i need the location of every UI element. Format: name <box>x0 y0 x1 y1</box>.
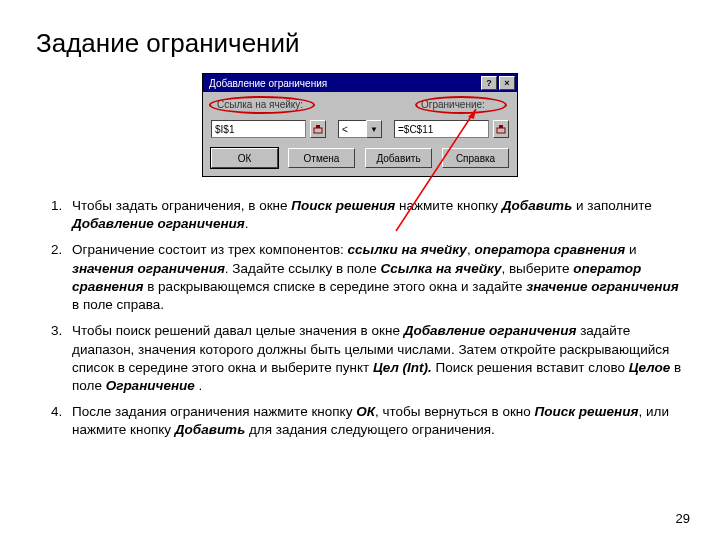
cancel-button[interactable]: Отмена <box>288 148 355 168</box>
help-button-2[interactable]: Справка <box>442 148 509 168</box>
page-number: 29 <box>676 511 690 526</box>
svg-rect-3 <box>499 125 503 128</box>
ok-button[interactable]: ОК <box>211 148 278 168</box>
operator-value: < <box>338 120 366 138</box>
page-title: Задание ограничений <box>36 28 684 59</box>
list-item: Ограничение состоит из трех компонентов:… <box>66 241 684 314</box>
highlight-oval-left <box>209 96 315 114</box>
dialog-screenshot: Добавление ограничения ? × Ссылка на яче… <box>36 73 684 177</box>
titlebar-text: Добавление ограничения <box>205 78 479 89</box>
add-constraint-dialog: Добавление ограничения ? × Ссылка на яче… <box>202 73 518 177</box>
range-picker-icon-2[interactable] <box>493 120 509 138</box>
instruction-list: Чтобы задать ограничения, в окне Поиск р… <box>36 197 684 440</box>
titlebar: Добавление ограничения ? × <box>203 74 517 92</box>
svg-rect-0 <box>314 128 322 133</box>
cell-ref-input[interactable]: $I$1 <box>211 120 306 138</box>
list-item: Чтобы задать ограничения, в окне Поиск р… <box>66 197 684 233</box>
list-item: После задания ограничения нажмите кнопку… <box>66 403 684 439</box>
chevron-down-icon[interactable]: ▼ <box>366 120 382 138</box>
svg-rect-2 <box>497 128 505 133</box>
highlight-oval-right <box>415 96 507 114</box>
operator-combo[interactable]: < ▼ <box>338 120 382 138</box>
range-picker-icon[interactable] <box>310 120 326 138</box>
add-button[interactable]: Добавить <box>365 148 432 168</box>
svg-rect-1 <box>316 125 320 128</box>
help-button[interactable]: ? <box>481 76 497 90</box>
constraint-input[interactable]: =$C$11 <box>394 120 489 138</box>
list-item: Чтобы поиск решений давал целые значения… <box>66 322 684 395</box>
close-button[interactable]: × <box>499 76 515 90</box>
